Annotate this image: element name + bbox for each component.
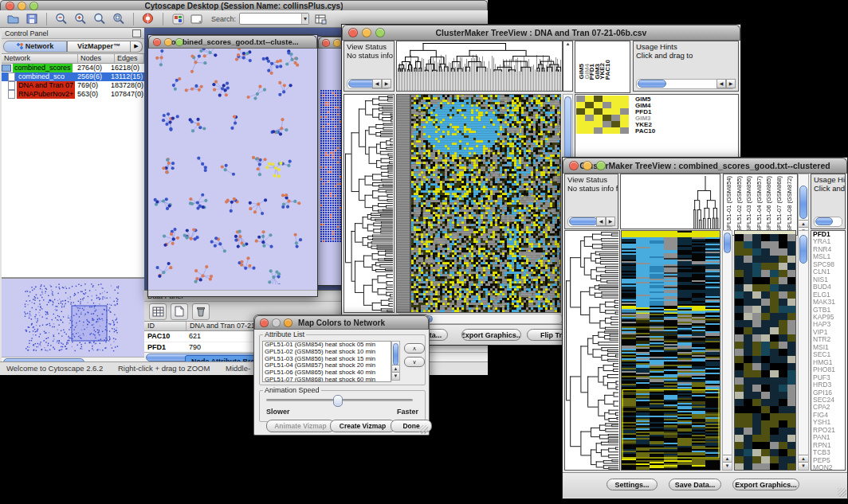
close-icon[interactable] xyxy=(569,161,579,170)
search-input[interactable]: ▾ xyxy=(239,13,309,25)
matrix-cell[interactable] xyxy=(603,96,611,102)
tv2-hints-scrollbar[interactable] xyxy=(814,217,842,227)
scroll-thumb[interactable] xyxy=(815,217,833,225)
matrix-cell[interactable] xyxy=(585,121,594,127)
matrix-cell[interactable] xyxy=(611,121,620,127)
matrix-cell[interactable] xyxy=(611,96,620,102)
matrix-cell[interactable] xyxy=(576,96,585,102)
tv2-labels-scrollbar[interactable]: ▲ ▼ xyxy=(798,174,809,236)
network-list-row[interactable]: RNAPuberNov2+563(0)107847(0) xyxy=(2,90,144,99)
network-list-row[interactable]: DNA and Tran 07769(0)183728(0) xyxy=(2,81,144,90)
matrix-cell[interactable] xyxy=(576,127,585,134)
tv2-column-dendrogram[interactable] xyxy=(620,174,720,229)
matrix-cell[interactable] xyxy=(576,115,585,121)
zoom-icon[interactable] xyxy=(596,161,606,170)
matrix-cell[interactable] xyxy=(576,121,585,127)
tab-overflow-button[interactable]: ▶ xyxy=(131,41,143,53)
scroll-left-icon[interactable]: ◀ xyxy=(372,79,382,88)
select-attributes-button[interactable] xyxy=(149,303,167,320)
close-icon[interactable] xyxy=(322,39,330,47)
resize-grip[interactable] xyxy=(838,488,846,497)
attribute-item[interactable]: GPL51-07 (GSM868) heat shock 60 min xyxy=(263,377,391,382)
matrix-cell[interactable] xyxy=(585,108,594,115)
zoom-selected-button[interactable] xyxy=(111,12,127,26)
combo-arrow-icon[interactable]: ▾ xyxy=(301,14,308,24)
matrix-cell[interactable] xyxy=(585,96,594,102)
tab-network[interactable]: Network xyxy=(3,41,67,53)
network-list-row[interactable]: combined_sco2569(6)13112(15) xyxy=(2,72,144,81)
scroll-up-icon[interactable]: ▲ xyxy=(566,41,571,46)
tv1-column-dendrogram[interactable] xyxy=(396,41,563,92)
float-panel-icon[interactable] xyxy=(132,29,141,37)
col-id[interactable]: ID xyxy=(144,322,186,330)
attribute-list[interactable]: GPL51-01 (GSM854) heat shock 05 minGPL51… xyxy=(262,341,391,382)
scroll-left-icon[interactable]: ◀ xyxy=(716,79,726,88)
minimize-icon[interactable] xyxy=(583,161,592,170)
matrix-cell[interactable] xyxy=(585,115,594,121)
new-attribute-button[interactable] xyxy=(171,303,188,320)
matrix-cell[interactable] xyxy=(603,121,611,127)
scroll-left-icon[interactable]: ◀ xyxy=(596,217,606,226)
move-down-button[interactable]: ∨ xyxy=(404,357,425,367)
matrix-cell[interactable] xyxy=(620,127,629,134)
close-icon[interactable] xyxy=(348,28,358,37)
tv2-row-dendrogram[interactable] xyxy=(564,230,620,471)
annotation-button[interactable] xyxy=(189,12,205,26)
tv2-status-scrollbar[interactable]: ◀▶ xyxy=(567,217,615,227)
network-view[interactable] xyxy=(148,49,316,290)
matrix-cell[interactable] xyxy=(620,102,629,108)
tv2-zoom-heatmap[interactable] xyxy=(734,230,796,471)
matrix-cell[interactable] xyxy=(620,121,629,127)
create-vizmap-button[interactable]: Create Vizmap xyxy=(330,420,395,432)
matrix-cell[interactable] xyxy=(611,102,620,108)
tv1-zoom-matrix[interactable] xyxy=(576,96,629,134)
scroll-down-icon[interactable]: ▼ xyxy=(723,462,732,470)
matrix-cell[interactable] xyxy=(603,115,611,121)
minimize-icon[interactable] xyxy=(362,28,371,37)
close-icon[interactable] xyxy=(260,318,269,327)
matrix-cell[interactable] xyxy=(594,108,603,115)
col-edges[interactable]: Edges xyxy=(115,54,144,63)
matrix-cell[interactable] xyxy=(620,115,629,121)
col-nodes[interactable]: Nodes xyxy=(78,54,115,63)
gene-label[interactable]: MON2 xyxy=(813,464,845,471)
zoom-icon[interactable] xyxy=(284,318,292,327)
main-titlebar[interactable]: Cytoscape Desktop (Session Name: collins… xyxy=(0,0,488,11)
minimize-icon[interactable] xyxy=(164,38,172,46)
save-button[interactable] xyxy=(24,12,40,26)
scroll-thumb[interactable] xyxy=(724,232,731,253)
zoom-in-button[interactable] xyxy=(73,12,88,26)
matrix-cell[interactable] xyxy=(594,127,603,134)
tv2-save-data-button[interactable]: Save Data... xyxy=(669,479,721,490)
tv1-hints-scrollbar[interactable]: ◀▶ xyxy=(636,79,736,89)
tv1-gene-label-strip[interactable] xyxy=(396,94,410,313)
scroll-right-icon[interactable]: ▶ xyxy=(382,79,391,88)
matrix-cell[interactable] xyxy=(620,108,629,115)
matrix-cell[interactable] xyxy=(594,102,603,108)
tv2-vscrollbar[interactable]: ▲ ▼ xyxy=(722,230,732,471)
col-network[interactable]: Network xyxy=(2,54,78,63)
scroll-down-icon[interactable]: ▼ xyxy=(392,372,399,380)
matrix-cell[interactable] xyxy=(594,96,603,102)
tv2-settings-button[interactable]: Settings... xyxy=(607,479,658,490)
treeview1-titlebar[interactable]: ClusterMaker TreeView : DNA and Tran 07-… xyxy=(342,25,740,41)
minimize-icon[interactable] xyxy=(18,2,26,10)
tv1-heatmap[interactable] xyxy=(410,94,561,313)
dialog-titlebar[interactable]: Map Colors to Network xyxy=(254,315,429,330)
scroll-thumb[interactable] xyxy=(638,80,666,88)
scroll-thumb[interactable] xyxy=(799,235,807,264)
zoom-icon[interactable] xyxy=(375,28,385,37)
minimize-icon[interactable] xyxy=(333,39,341,47)
zoom-fit-button[interactable] xyxy=(92,12,108,26)
zoom-icon[interactable] xyxy=(175,38,183,46)
matrix-cell[interactable] xyxy=(585,102,594,108)
matrix-cell[interactable] xyxy=(585,127,594,134)
tv1-row-dendrogram[interactable] xyxy=(344,94,395,313)
matrix-cell[interactable] xyxy=(603,102,611,108)
zoom-icon[interactable] xyxy=(29,2,38,10)
open-file-button[interactable] xyxy=(5,12,21,26)
attribute-browser-button[interactable] xyxy=(312,12,328,26)
network-list-row[interactable]: combined_scores2764(0)16218(0) xyxy=(2,64,144,72)
zoom-out-button[interactable] xyxy=(53,12,69,26)
scroll-thumb[interactable] xyxy=(393,343,398,365)
